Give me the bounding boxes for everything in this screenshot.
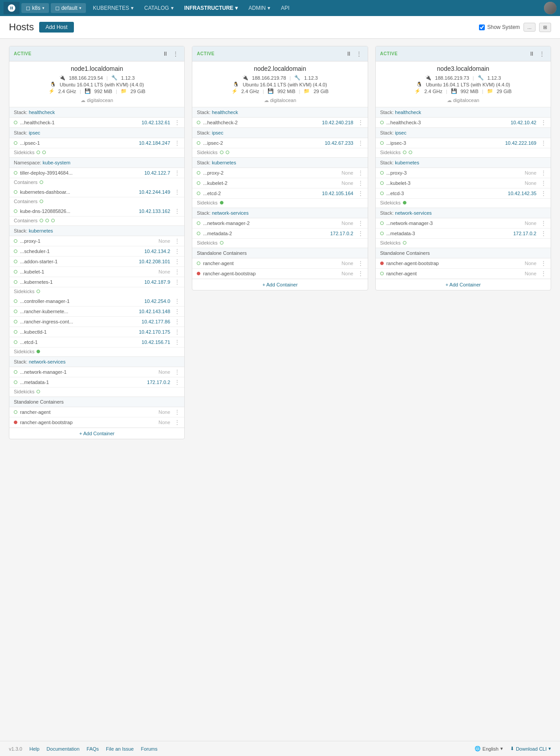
host-menu-button-node3[interactable]: ⋮ bbox=[538, 50, 546, 57]
more-options-button[interactable]: ... bbox=[523, 23, 536, 32]
stack-healthcheck-link-node1[interactable]: healthcheck bbox=[29, 110, 55, 115]
item-menu-icon[interactable]: ⋮ bbox=[174, 140, 180, 146]
item-menu-icon[interactable]: ⋮ bbox=[358, 140, 363, 146]
item-menu-icon[interactable]: ⋮ bbox=[358, 170, 363, 176]
item-menu-icon[interactable]: ⋮ bbox=[541, 140, 546, 146]
grid-view-button[interactable]: ⊞ bbox=[539, 23, 551, 32]
status-dot bbox=[380, 181, 384, 185]
item-menu-icon[interactable]: ⋮ bbox=[174, 369, 180, 375]
stack-network-services-node1: Stack: network-services ...network-manag… bbox=[9, 356, 184, 396]
host-menu-button-node2[interactable]: ⋮ bbox=[355, 50, 363, 57]
show-system-label: Show System bbox=[487, 24, 519, 30]
stack-network-services-header-node3: Stack: network-services bbox=[376, 208, 551, 218]
cluster-icon: ◻ bbox=[26, 5, 30, 11]
stack-kubernetes-header-node3: Stack: kubernetes bbox=[376, 158, 551, 168]
stack-network-services-link-node2[interactable]: network-services bbox=[212, 210, 249, 216]
host-menu-button-node1[interactable]: ⋮ bbox=[171, 50, 180, 57]
item-menu-icon[interactable]: ⋮ bbox=[358, 260, 363, 266]
item-menu-icon[interactable]: ⋮ bbox=[541, 230, 546, 237]
stack-kubernetes-link-node2[interactable]: kubernetes bbox=[212, 160, 236, 165]
language-selector[interactable]: 🌐 English ▾ bbox=[475, 746, 503, 752]
item-menu-icon[interactable]: ⋮ bbox=[174, 248, 180, 254]
stack-ipsec-link-node1[interactable]: ipsec bbox=[29, 130, 41, 135]
stack-ipsec-link-node3[interactable]: ipsec bbox=[395, 130, 406, 135]
stack-network-services-link-node1[interactable]: network-services bbox=[29, 359, 66, 364]
item-menu-icon[interactable]: ⋮ bbox=[358, 220, 363, 226]
nav-item-admin[interactable]: ADMIN▾ bbox=[243, 3, 276, 13]
nav-logo[interactable] bbox=[4, 2, 20, 14]
stack-network-services-link-node3[interactable]: network-services bbox=[395, 210, 432, 216]
stack-healthcheck-link-node3[interactable]: healthcheck bbox=[395, 110, 421, 115]
show-system-toggle[interactable]: Show System bbox=[479, 24, 519, 30]
host-status-node2: ACTIVE bbox=[197, 51, 215, 56]
stack-kubernetes-link-node3[interactable]: kubernetes bbox=[395, 160, 419, 165]
item-menu-icon[interactable]: ⋮ bbox=[174, 329, 180, 335]
sidekick-dot bbox=[226, 151, 229, 154]
item-menu-icon[interactable]: ⋮ bbox=[541, 270, 546, 277]
status-dot bbox=[14, 370, 17, 374]
item-menu-icon[interactable]: ⋮ bbox=[174, 409, 180, 415]
footer-link-forums[interactable]: Forums bbox=[141, 746, 157, 752]
item-menu-icon[interactable]: ⋮ bbox=[174, 119, 180, 126]
download-cli-button[interactable]: ⬇ Download CLI ▾ bbox=[510, 746, 551, 752]
nav-env-selector[interactable]: ◻ default ▾ bbox=[51, 3, 86, 13]
os-icon: 🐧 bbox=[50, 82, 56, 87]
item-menu-icon[interactable]: ⋮ bbox=[358, 180, 363, 186]
item-menu-icon[interactable]: ⋮ bbox=[174, 269, 180, 275]
footer-link-issue[interactable]: File an Issue bbox=[106, 746, 134, 752]
host-pause-button-node3[interactable]: ⏸ bbox=[528, 50, 536, 57]
ip-icon: 🔌 bbox=[59, 75, 65, 81]
host-pause-button-node1[interactable]: ⏸ bbox=[161, 50, 170, 57]
namespace-link-node1[interactable]: kube-system bbox=[43, 160, 70, 165]
sidekicks-row: Sidekicks bbox=[9, 148, 184, 157]
item-menu-icon[interactable]: ⋮ bbox=[541, 180, 546, 186]
item-menu-icon[interactable]: ⋮ bbox=[174, 319, 180, 325]
host-name-node3: node3.localdomain bbox=[376, 61, 551, 74]
add-container-button-node3[interactable]: + Add Container bbox=[376, 279, 551, 290]
item-menu-icon[interactable]: ⋮ bbox=[174, 298, 180, 304]
footer-link-faqs[interactable]: FAQs bbox=[87, 746, 99, 752]
host-pause-button-node2[interactable]: ⏸ bbox=[345, 50, 353, 57]
item-menu-icon[interactable]: ⋮ bbox=[174, 279, 180, 285]
item-menu-icon[interactable]: ⋮ bbox=[358, 270, 363, 277]
item-menu-icon[interactable]: ⋮ bbox=[541, 220, 546, 226]
item-menu-icon[interactable]: ⋮ bbox=[541, 119, 546, 126]
nav-item-kubernetes[interactable]: KUBERNETES▾ bbox=[88, 3, 139, 13]
item-menu-icon[interactable]: ⋮ bbox=[358, 190, 363, 196]
stack-ipsec-link-node2[interactable]: ipsec bbox=[212, 130, 223, 135]
item-menu-icon[interactable]: ⋮ bbox=[541, 190, 546, 196]
add-host-button[interactable]: Add Host bbox=[39, 22, 73, 33]
show-system-checkbox[interactable] bbox=[479, 25, 485, 30]
add-container-button-node2[interactable]: + Add Container bbox=[192, 279, 367, 290]
item-menu-icon[interactable]: ⋮ bbox=[174, 419, 180, 425]
nav-item-api[interactable]: API bbox=[276, 3, 295, 13]
page-header: Hosts Add Host Show System ... ⊞ bbox=[0, 16, 560, 39]
item-menu-icon[interactable]: ⋮ bbox=[358, 230, 363, 237]
nav-item-catalog[interactable]: CATALOG▾ bbox=[139, 3, 179, 13]
item-menu-icon[interactable]: ⋮ bbox=[174, 379, 180, 385]
stack-item: ...kubelet-2 None ⋮ bbox=[192, 178, 367, 188]
avatar[interactable] bbox=[544, 2, 556, 14]
nav-item-infrastructure[interactable]: INFRASTRUCTURE▾ bbox=[179, 3, 243, 13]
footer-link-help[interactable]: Help bbox=[29, 746, 40, 752]
item-menu-icon[interactable]: ⋮ bbox=[174, 308, 180, 315]
sidekicks-row: Sidekicks bbox=[376, 199, 551, 208]
item-menu-icon[interactable]: ⋮ bbox=[174, 238, 180, 244]
item-menu-icon[interactable]: ⋮ bbox=[174, 208, 180, 214]
footer-link-docs[interactable]: Documentation bbox=[47, 746, 80, 752]
stack-kubernetes-link-node1[interactable]: kubernetes bbox=[29, 228, 53, 233]
nav-cluster-selector[interactable]: ◻ k8s ▾ bbox=[21, 3, 49, 13]
footer-version: v1.3.0 bbox=[9, 746, 22, 752]
item-menu-icon[interactable]: ⋮ bbox=[174, 170, 180, 176]
status-dot bbox=[14, 330, 17, 334]
stack-healthcheck-link-node2[interactable]: healthcheck bbox=[212, 110, 238, 115]
add-container-button-node1[interactable]: + Add Container bbox=[9, 428, 184, 439]
ram-icon: 💾 bbox=[85, 88, 91, 94]
item-menu-icon[interactable]: ⋮ bbox=[174, 339, 180, 345]
item-menu-icon[interactable]: ⋮ bbox=[541, 260, 546, 266]
item-menu-icon[interactable]: ⋮ bbox=[541, 170, 546, 176]
item-menu-icon[interactable]: ⋮ bbox=[174, 189, 180, 195]
host-card-node3: ACTIVE ⏸ ⋮ node3.localdomain 🔌 188.166.2… bbox=[375, 46, 551, 290]
item-menu-icon[interactable]: ⋮ bbox=[358, 119, 363, 126]
item-menu-icon[interactable]: ⋮ bbox=[174, 258, 180, 265]
